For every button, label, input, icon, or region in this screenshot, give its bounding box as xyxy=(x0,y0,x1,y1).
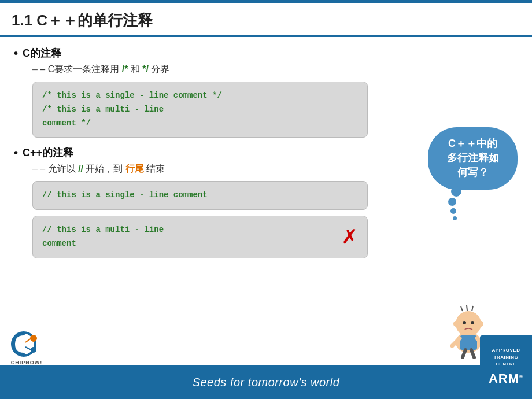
svg-line-4 xyxy=(472,306,473,311)
thought-dots xyxy=(448,198,520,220)
arm-centre: CENTRE xyxy=(496,361,516,368)
c-code-line2: /* this is a multi - line xyxy=(42,103,358,117)
cpp-code-multi-line2: comment xyxy=(42,237,358,251)
slide-header: 1.1 C＋＋的单行注释 xyxy=(0,3,532,37)
cpp-code-box-multi: // this is a multi - line comment ✗ xyxy=(32,216,368,258)
c-boundary: 分界 xyxy=(151,64,169,74)
cpp-code-multi-line1: // this is a multi - line xyxy=(42,223,358,237)
c-code-line1: /* this is a single - line comment */ xyxy=(42,89,358,103)
svg-point-5 xyxy=(463,321,466,324)
cpp-sub-end: 结束 xyxy=(146,164,165,173)
chipnow-logo-area: CHIPNOW! xyxy=(9,330,44,365)
arm-badge: APPROVED TRAINING CENTRE ARM® xyxy=(480,335,532,399)
arm-approved: APPROVED xyxy=(492,347,520,354)
bullet-dot-2: • xyxy=(14,147,18,158)
x-mark-icon: ✗ xyxy=(342,225,357,249)
chipnow-label: CHIPNOW! xyxy=(11,360,43,365)
c-code-box: /* this is a single - line comment */ /*… xyxy=(32,82,368,138)
cpp-line-end: 行尾 xyxy=(125,164,144,173)
bullet-c-label: C的注释 xyxy=(23,46,61,60)
thought-bubble: C＋＋中的多行注释如何写？ xyxy=(428,127,520,220)
svg-point-6 xyxy=(471,321,474,324)
thought-dot-1 xyxy=(448,198,456,206)
c-code-line3: comment */ xyxy=(42,117,358,131)
cpp-sub-middle: 开始，到 xyxy=(86,164,123,173)
tagline: Seeds for tomorrow's world xyxy=(193,376,340,389)
c-code-end: */ xyxy=(142,64,149,74)
svg-point-8 xyxy=(479,321,483,327)
bullet-c: • C的注释 xyxy=(14,46,518,60)
svg-point-7 xyxy=(453,321,458,327)
dash-2: – xyxy=(32,164,40,173)
thought-dot-3 xyxy=(453,216,457,220)
arm-brand-logo: ARM® xyxy=(489,369,523,388)
svg-point-1 xyxy=(456,311,481,337)
chipnow-logo-svg xyxy=(9,330,44,359)
svg-point-14 xyxy=(460,328,466,334)
c-and: 和 xyxy=(131,64,140,74)
arm-trademark: ® xyxy=(519,374,523,379)
cpp-code-slash: // xyxy=(78,164,86,173)
sub-item-c: – – C要求一条注释用 /* 和 */ 分界 xyxy=(32,64,518,76)
thought-dot-2 xyxy=(450,208,456,214)
cpp-code-box-single: // this is a single - line comment xyxy=(32,181,368,210)
svg-line-3 xyxy=(467,305,467,311)
dash-1: – xyxy=(32,64,40,74)
cpp-sub-prefix: – 允许以 xyxy=(40,164,75,173)
svg-line-2 xyxy=(461,306,463,311)
svg-rect-9 xyxy=(460,335,477,350)
c-code-start: /* xyxy=(122,64,131,74)
cpp-code-single: // this is a single - line comment xyxy=(42,189,358,202)
svg-point-17 xyxy=(31,347,36,353)
bullet-cpp-label: C++的注释 xyxy=(23,146,73,160)
section-c-comment: • C的注释 – – C要求一条注释用 /* 和 */ 分界 /* this i… xyxy=(14,46,518,138)
c-sub-text1: – C要求一条注释用 xyxy=(40,64,119,74)
bullet-dot-1: • xyxy=(14,47,18,59)
page-title: 1.1 C＋＋的单行注释 xyxy=(12,10,520,31)
bottom-bar: Seeds for tomorrow's world xyxy=(0,365,532,399)
arm-training: TRAINING xyxy=(494,354,519,361)
thought-cloud-text: C＋＋中的多行注释如何写？ xyxy=(428,127,518,190)
